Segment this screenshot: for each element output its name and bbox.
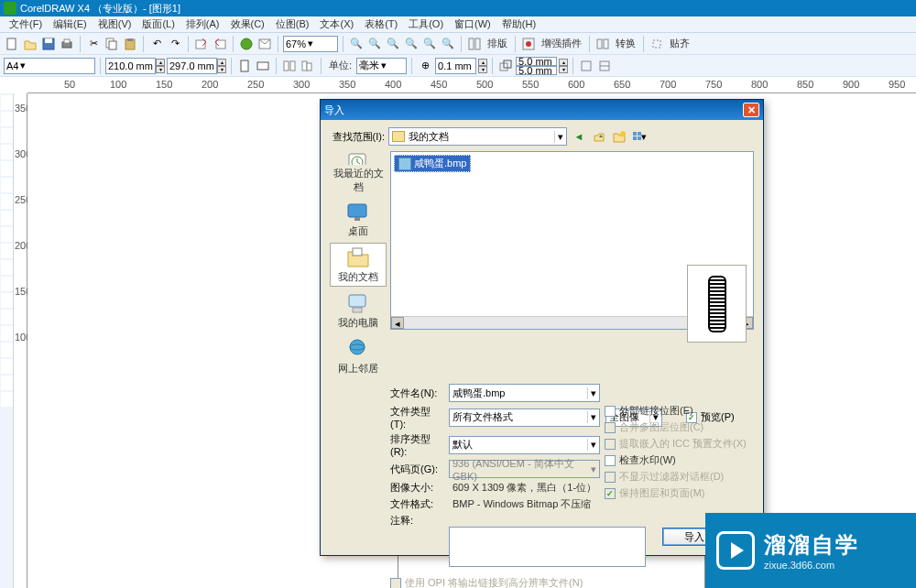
outline-tool-icon[interactable] xyxy=(1,359,13,374)
open-icon[interactable] xyxy=(22,36,38,52)
menu-help[interactable]: 帮助(H) xyxy=(496,17,541,31)
notes-textarea[interactable] xyxy=(449,527,646,567)
eyedropper-tool-icon[interactable] xyxy=(1,343,13,357)
place-documents[interactable]: 我的文档 xyxy=(330,243,387,287)
menu-effects[interactable]: 效果(C) xyxy=(225,17,270,31)
menu-file[interactable]: 文件(F) xyxy=(4,17,48,31)
import-icon[interactable] xyxy=(193,36,210,52)
pick-tool-icon[interactable] xyxy=(1,95,13,110)
convert-label[interactable]: 转换 xyxy=(613,37,638,50)
menu-arrange[interactable]: 排列(A) xyxy=(180,17,225,31)
scroll-left-icon[interactable]: ◂ xyxy=(391,317,404,329)
landscape-icon[interactable] xyxy=(255,58,271,74)
treat-as-filled-icon[interactable] xyxy=(578,58,594,74)
place-recent[interactable]: 我最近的文档 xyxy=(330,151,387,195)
save-icon[interactable] xyxy=(40,36,57,52)
up-icon[interactable] xyxy=(591,128,607,145)
zoom-in-icon[interactable]: 🔍 xyxy=(348,36,365,52)
menu-view[interactable]: 视图(V) xyxy=(93,17,137,31)
app-launcher-icon[interactable] xyxy=(238,36,255,52)
filename-combo[interactable]: 咸鸭蛋.bmp▾ xyxy=(449,384,600,402)
menu-window[interactable]: 窗口(W) xyxy=(449,17,496,31)
place-network[interactable]: 网上邻居 xyxy=(330,334,387,378)
enhance-icon[interactable] xyxy=(520,36,537,52)
smartfill-tool-icon[interactable] xyxy=(1,178,13,192)
table-tool-icon[interactable] xyxy=(1,277,13,291)
file-item-selected[interactable]: 咸鸭蛋.bmp xyxy=(394,155,471,172)
options-icon[interactable] xyxy=(596,58,613,74)
height-spinner[interactable]: ▴▾ xyxy=(217,59,226,73)
redo-icon[interactable]: ↷ xyxy=(167,36,183,52)
dup-x-input[interactable] xyxy=(516,57,557,66)
zoom-combo[interactable]: 67%▾ xyxy=(283,36,338,52)
dimension-tool-icon[interactable] xyxy=(1,293,13,308)
nudge-input[interactable] xyxy=(435,58,476,74)
watermark-banner: 溜溜自学 zixue.3d66.com xyxy=(705,513,916,588)
computer-icon xyxy=(345,292,371,314)
place-computer[interactable]: 我的电脑 xyxy=(330,289,387,332)
welcome-icon[interactable] xyxy=(256,36,273,52)
zoom-all-icon[interactable]: 🔍 xyxy=(421,36,438,52)
freehand-tool-icon[interactable] xyxy=(1,161,13,176)
copy-icon[interactable] xyxy=(104,36,120,52)
zoom-selection-icon[interactable]: 🔍 xyxy=(403,36,420,52)
newfolder-icon[interactable] xyxy=(611,128,627,145)
layout-label[interactable]: 排版 xyxy=(485,37,510,50)
undo-icon[interactable]: ↶ xyxy=(148,36,165,52)
menu-table[interactable]: 表格(T) xyxy=(359,17,403,31)
export-icon[interactable] xyxy=(212,36,228,52)
enhance-label[interactable]: 增强插件 xyxy=(539,37,584,50)
page-width-input[interactable] xyxy=(105,58,156,74)
svg-rect-0 xyxy=(7,38,16,49)
fill-tool-icon[interactable] xyxy=(1,376,13,390)
zoom-fit-icon[interactable]: 🔍 xyxy=(385,36,401,52)
units-combo[interactable]: 毫米▾ xyxy=(356,58,407,74)
convert-icon[interactable] xyxy=(594,36,611,52)
menu-bitmap[interactable]: 位图(B) xyxy=(270,17,315,31)
dialog-titlebar[interactable]: 导入 ✕ xyxy=(321,100,763,120)
interactive-tool-icon[interactable] xyxy=(1,326,13,341)
basicshapes-tool-icon[interactable] xyxy=(1,244,13,258)
cut-icon[interactable]: ✂ xyxy=(85,36,102,52)
print-icon[interactable] xyxy=(59,36,75,52)
connector-tool-icon[interactable] xyxy=(1,310,13,324)
menu-text[interactable]: 文本(X) xyxy=(314,17,359,31)
menu-layout[interactable]: 版面(L) xyxy=(136,17,180,31)
filetype-combo[interactable]: 所有文件格式▾ xyxy=(449,408,600,427)
lookin-combo[interactable]: 我的文档 ▾ xyxy=(388,127,567,146)
viewmenu-icon[interactable]: ▾ xyxy=(631,128,648,145)
paper-size-combo[interactable]: A4▾ xyxy=(4,58,95,74)
pages2-icon[interactable] xyxy=(300,58,316,74)
new-icon[interactable] xyxy=(4,36,20,52)
snap-label[interactable]: 贴齐 xyxy=(667,37,692,50)
app-title: CorelDRAW X4 （专业版）- [图形1] xyxy=(20,2,180,16)
dup-spinner[interactable]: ▴▾ xyxy=(559,59,568,73)
check-watermark-checkbox[interactable] xyxy=(605,455,616,466)
ellipse-tool-icon[interactable] xyxy=(1,211,13,225)
dup-y-input[interactable] xyxy=(516,66,557,75)
snap-icon[interactable] xyxy=(649,36,665,52)
rectangle-tool-icon[interactable] xyxy=(1,194,13,209)
sort-combo[interactable]: 默认▾ xyxy=(449,436,600,454)
crop-tool-icon[interactable] xyxy=(1,128,13,143)
shape-tool-icon[interactable] xyxy=(1,112,13,126)
menu-edit[interactable]: 编辑(E) xyxy=(48,17,93,31)
interactivefill-tool-icon[interactable] xyxy=(1,392,13,407)
layout-icon[interactable] xyxy=(466,36,483,52)
width-spinner[interactable]: ▴▾ xyxy=(156,59,165,73)
text-tool-icon[interactable] xyxy=(1,260,13,275)
page-height-input[interactable] xyxy=(167,58,217,74)
zoom-page-icon[interactable]: 🔍 xyxy=(440,36,456,52)
paste-icon[interactable] xyxy=(122,36,138,52)
external-link-checkbox[interactable] xyxy=(605,406,616,417)
zoom-out-icon[interactable]: 🔍 xyxy=(366,36,383,52)
nudge-spinner[interactable]: ▴▾ xyxy=(478,59,487,73)
place-desktop[interactable]: 桌面 xyxy=(330,197,387,241)
polygon-tool-icon[interactable] xyxy=(1,227,13,242)
back-icon[interactable]: ◄ xyxy=(571,128,587,145)
menu-tools[interactable]: 工具(O) xyxy=(403,17,449,31)
zoom-tool-icon[interactable] xyxy=(1,145,13,159)
close-icon[interactable]: ✕ xyxy=(743,103,759,117)
portrait-icon[interactable] xyxy=(236,58,253,74)
pages-icon[interactable] xyxy=(281,58,298,74)
